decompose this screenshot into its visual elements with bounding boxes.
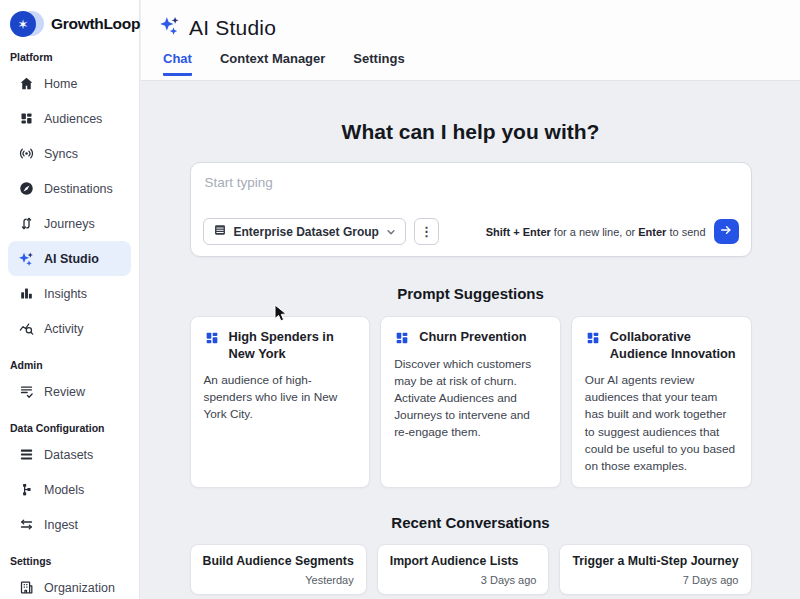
swap-arrows-icon: [18, 517, 34, 533]
timestamp: 7 Days ago: [572, 574, 738, 586]
sidebar-item-review[interactable]: Review: [8, 374, 131, 409]
home-icon: [18, 76, 34, 92]
prompt-suggestions-heading: Prompt Suggestions: [190, 285, 752, 302]
bar-chart-icon: [18, 286, 34, 302]
timestamp: Yesterday: [203, 574, 354, 586]
sidebar-item-activity[interactable]: Activity: [8, 311, 131, 346]
section-label-admin: Admin: [10, 359, 139, 371]
recent-card-build-audience-segments[interactable]: Build Audience Segments Yesterday: [190, 544, 367, 595]
prompt-card-collaborative-audience[interactable]: Collaborative Audience Innovation Our AI…: [571, 316, 752, 488]
review-list-icon: [18, 384, 34, 400]
recent-conversations-heading: Recent Conversations: [190, 514, 752, 531]
section-label-settings: Settings: [10, 555, 139, 567]
keyboard-hint: Shift + Enter for a new line, or Enter t…: [486, 226, 706, 238]
sidebar-item-models[interactable]: Models: [8, 472, 131, 507]
timestamp: 3 Days ago: [390, 574, 537, 586]
prompt-card-high-spenders[interactable]: High Spenders in New York An audience of…: [190, 316, 371, 488]
tab-settings[interactable]: Settings: [353, 51, 404, 76]
brand-logo[interactable]: ✶ GrowthLoop: [10, 10, 139, 38]
section-label-data-configuration: Data Configuration: [10, 422, 139, 434]
sidebar-item-organization[interactable]: Organization: [8, 570, 131, 599]
activity-search-icon: [18, 321, 34, 337]
journey-arrows-icon: [18, 216, 34, 232]
sparkles-icon: [18, 251, 34, 267]
audience-grid-icon: [204, 330, 220, 346]
model-tree-icon: [18, 482, 34, 498]
growthloop-logo-icon: ✶: [10, 11, 44, 37]
tab-bar: Chat Context Manager Settings: [163, 51, 800, 76]
sidebar-item-datasets[interactable]: Datasets: [8, 437, 131, 472]
prompt-card-churn-prevention[interactable]: Churn Prevention Discover which customer…: [380, 316, 561, 488]
chat-composer: Enterprise Dataset Group ⋮ Shift + Enter…: [190, 162, 752, 257]
sidebar-item-home[interactable]: Home: [8, 66, 131, 101]
sidebar-item-ingest[interactable]: Ingest: [8, 507, 131, 542]
section-label-platform: Platform: [10, 51, 139, 63]
sidebar-item-ai-studio[interactable]: AI Studio: [8, 241, 131, 276]
main-content: What can I help you with? Enterprise Dat…: [141, 82, 800, 599]
broadcast-icon: [18, 146, 34, 162]
sidebar-item-destinations[interactable]: Destinations: [8, 171, 131, 206]
recent-card-trigger-multistep-journey[interactable]: Trigger a Multi-Step Journey 7 Days ago: [559, 544, 751, 595]
chevron-down-icon: [386, 223, 396, 241]
brand-name: GrowthLoop: [51, 15, 140, 33]
sidebar: ✶ GrowthLoop Platform Home Audiences Syn…: [0, 0, 140, 599]
hero-heading: What can I help you with?: [190, 120, 752, 144]
sidebar-item-syncs[interactable]: Syncs: [8, 136, 131, 171]
page-title: AI Studio: [189, 16, 276, 40]
arrow-right-icon: [719, 223, 733, 240]
audiences-grid-icon: [18, 111, 34, 127]
growthloop-app: ✶ GrowthLoop Platform Home Audiences Syn…: [0, 0, 800, 599]
building-icon: [18, 580, 34, 596]
chat-input[interactable]: [191, 163, 751, 211]
sidebar-item-audiences[interactable]: Audiences: [8, 101, 131, 136]
stack-icon: [18, 447, 34, 463]
sidebar-item-insights[interactable]: Insights: [8, 276, 131, 311]
recent-card-import-audience-lists[interactable]: Import Audience Lists 3 Days ago: [377, 544, 550, 595]
recent-conversations-row: Build Audience Segments Yesterday Import…: [190, 544, 752, 595]
tab-context-manager[interactable]: Context Manager: [220, 51, 325, 76]
tab-chat[interactable]: Chat: [163, 51, 192, 76]
audience-grid-icon: [394, 330, 410, 346]
sidebar-item-journeys[interactable]: Journeys: [8, 206, 131, 241]
audience-grid-icon: [585, 330, 601, 346]
composer-more-options-button[interactable]: ⋮: [414, 218, 439, 245]
send-button[interactable]: [714, 219, 739, 244]
dataset-group-select[interactable]: Enterprise Dataset Group: [203, 218, 406, 245]
page-header: AI Studio Chat Context Manager Settings: [141, 0, 800, 81]
dataset-group-label: Enterprise Dataset Group: [234, 225, 379, 239]
prompt-suggestions-row: High Spenders in New York An audience of…: [190, 316, 752, 488]
dataset-table-icon: [213, 223, 227, 241]
compass-icon: [18, 181, 34, 197]
ai-studio-sparkles-icon: [159, 15, 180, 40]
